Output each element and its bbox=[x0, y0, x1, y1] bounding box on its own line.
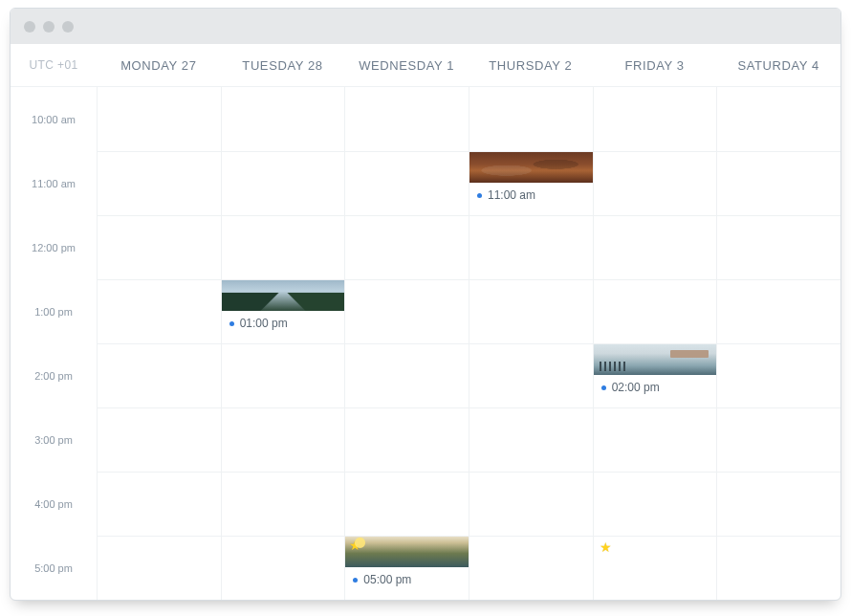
event-time-text: 05:00 pm bbox=[363, 573, 411, 586]
calendar-slot[interactable] bbox=[469, 87, 593, 151]
timezone-label: UTC +01 bbox=[11, 44, 97, 86]
calendar-slot[interactable] bbox=[717, 343, 840, 407]
event-thumbnail: ★ bbox=[345, 537, 469, 567]
calendar-grid: 10:00 am 11:00 am 12:00 pm 1:00 pm 2:00 … bbox=[11, 87, 840, 600]
star-icon: ★ bbox=[349, 539, 361, 552]
calendar-slot[interactable] bbox=[222, 151, 345, 215]
calendar-slot[interactable] bbox=[98, 215, 221, 279]
calendar-slot[interactable] bbox=[594, 472, 717, 536]
time-label: 2:00 pm bbox=[11, 343, 97, 407]
calendar-slot[interactable] bbox=[98, 407, 221, 472]
day-column-thursday: 11:00 am bbox=[469, 87, 593, 600]
calendar-slot[interactable] bbox=[222, 472, 345, 536]
calendar-event[interactable]: ★ 05:00 pm bbox=[345, 537, 469, 590]
event-time-label: 05:00 pm bbox=[345, 567, 469, 590]
day-column-friday: 02:00 pm ★ bbox=[593, 87, 717, 600]
calendar-slot[interactable] bbox=[594, 279, 717, 343]
calendar-slot[interactable] bbox=[98, 536, 221, 600]
day-column-monday bbox=[97, 87, 221, 600]
day-column-tuesday: 01:00 pm bbox=[221, 87, 345, 600]
calendar-slot[interactable] bbox=[222, 407, 345, 472]
day-header-monday[interactable]: MONDAY 27 bbox=[97, 44, 221, 86]
calendar-slot[interactable] bbox=[345, 343, 469, 407]
calendar-slot[interactable] bbox=[222, 87, 345, 151]
calendar-slot[interactable] bbox=[345, 151, 469, 215]
calendar-slot[interactable] bbox=[594, 87, 717, 151]
event-time-text: 01:00 pm bbox=[240, 317, 288, 330]
day-header-thursday[interactable]: THURSDAY 2 bbox=[469, 44, 593, 86]
time-label: 3:00 pm bbox=[11, 407, 97, 472]
time-column: 10:00 am 11:00 am 12:00 pm 1:00 pm 2:00 … bbox=[11, 87, 97, 600]
calendar-slot[interactable] bbox=[98, 87, 221, 151]
day-header-friday[interactable]: FRIDAY 3 bbox=[593, 44, 717, 86]
calendar-slot[interactable] bbox=[469, 472, 593, 536]
calendar-slot[interactable] bbox=[98, 151, 221, 215]
event-thumbnail bbox=[594, 344, 717, 375]
day-column-saturday bbox=[716, 87, 840, 600]
time-label: 1:00 pm bbox=[11, 279, 97, 343]
calendar-event[interactable]: 02:00 pm bbox=[594, 344, 717, 398]
time-label: 10:00 am bbox=[11, 87, 97, 151]
window-close-icon[interactable] bbox=[24, 21, 35, 33]
calendar-slot[interactable] bbox=[717, 215, 840, 279]
event-time-text: 11:00 am bbox=[488, 188, 535, 202]
event-time-label: 11:00 am bbox=[469, 183, 593, 206]
window-zoom-icon[interactable] bbox=[62, 21, 74, 33]
calendar-slot[interactable] bbox=[98, 472, 221, 536]
calendar-slot[interactable] bbox=[222, 215, 345, 279]
window-minimize-icon[interactable] bbox=[43, 21, 55, 33]
event-time-text: 02:00 pm bbox=[612, 381, 660, 394]
time-label: 11:00 am bbox=[11, 151, 97, 215]
calendar-slot[interactable] bbox=[469, 536, 593, 600]
day-column-wednesday: ★ 05:00 pm bbox=[344, 87, 469, 600]
calendar-event[interactable]: 01:00 pm bbox=[222, 280, 345, 334]
time-label: 12:00 pm bbox=[11, 215, 97, 279]
calendar-slot[interactable]: 01:00 pm bbox=[222, 279, 345, 343]
calendar-slot[interactable] bbox=[345, 407, 469, 472]
calendar-slot[interactable] bbox=[594, 215, 717, 279]
calendar-event[interactable]: 11:00 am bbox=[469, 152, 593, 206]
bullet-icon bbox=[353, 578, 358, 583]
calendar-slot[interactable]: 11:00 am bbox=[469, 151, 593, 215]
calendar-slot[interactable] bbox=[469, 343, 593, 407]
calendar-slot[interactable] bbox=[717, 87, 840, 151]
calendar-slot[interactable] bbox=[717, 151, 840, 215]
calendar-slot[interactable] bbox=[98, 343, 221, 407]
calendar-slot[interactable] bbox=[345, 87, 469, 151]
time-label: 4:00 pm bbox=[11, 472, 97, 536]
calendar-slot[interactable] bbox=[469, 215, 593, 279]
calendar-slot[interactable] bbox=[345, 472, 469, 536]
bullet-icon bbox=[229, 321, 234, 326]
calendar-slot[interactable] bbox=[469, 279, 593, 343]
event-time-label: 02:00 pm bbox=[594, 375, 717, 398]
time-label: 5:00 pm bbox=[11, 536, 97, 600]
calendar-slot[interactable] bbox=[594, 151, 717, 215]
calendar-header: UTC +01 MONDAY 27 TUESDAY 28 WEDNESDAY 1… bbox=[11, 44, 840, 87]
day-header-wednesday[interactable]: WEDNESDAY 1 bbox=[344, 44, 469, 86]
bullet-icon bbox=[601, 385, 606, 390]
event-thumbnail bbox=[469, 152, 593, 183]
calendar-slot[interactable] bbox=[717, 279, 840, 343]
window-titlebar bbox=[11, 9, 840, 44]
calendar-slot[interactable] bbox=[717, 472, 840, 536]
calendar-slot[interactable] bbox=[469, 407, 593, 472]
calendar-slot[interactable] bbox=[345, 279, 469, 343]
day-header-tuesday[interactable]: TUESDAY 28 bbox=[221, 44, 345, 86]
calendar-slot[interactable] bbox=[594, 407, 717, 472]
day-header-saturday[interactable]: SATURDAY 4 bbox=[716, 44, 840, 86]
event-time-label: 01:00 pm bbox=[222, 311, 345, 334]
calendar-slot[interactable] bbox=[222, 536, 345, 600]
calendar-slot[interactable] bbox=[98, 279, 221, 343]
star-icon[interactable]: ★ bbox=[600, 540, 612, 554]
bullet-icon bbox=[477, 193, 482, 198]
app-window: UTC +01 MONDAY 27 TUESDAY 28 WEDNESDAY 1… bbox=[10, 8, 841, 601]
calendar-slot[interactable] bbox=[717, 536, 840, 600]
calendar-slot[interactable]: ★ bbox=[594, 536, 717, 600]
calendar-slot[interactable] bbox=[222, 343, 345, 407]
calendar-slot[interactable] bbox=[345, 215, 469, 279]
event-thumbnail bbox=[222, 280, 345, 311]
calendar-slot[interactable]: ★ 05:00 pm bbox=[345, 536, 469, 600]
calendar-slot[interactable] bbox=[717, 407, 840, 472]
calendar-slot[interactable]: 02:00 pm bbox=[594, 343, 717, 407]
